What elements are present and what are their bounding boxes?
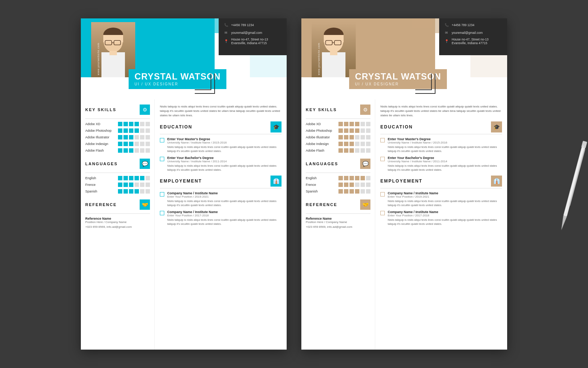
skill-dots-photoshop-tan: [338, 128, 370, 133]
emp-company-1-tan: Company Name / Institute Name: [388, 191, 502, 195]
emp-position-1-tan: Enter Your Position / 2019-2021: [388, 195, 502, 198]
skill-row-indesign-tan: Adobe Indesign: [306, 142, 370, 146]
edu-school-1-tan: University Name / Institute Name / 2015-…: [388, 141, 502, 144]
dot: [135, 128, 139, 133]
skill-name-xd: Adobe XD: [85, 122, 113, 126]
lang-english: English: [85, 176, 113, 180]
emp-content-2: Company Name / Institute Name Enter Your…: [167, 210, 282, 226]
edu-desc-2-tan: Nislis taliquip is nislis aliqui texts l…: [388, 164, 502, 172]
svg-rect-26: [569, 149, 585, 206]
dot: [349, 135, 354, 139]
phone-icon-tan: 📞: [444, 22, 449, 28]
lang-row-spanish-tan: Spanish: [306, 189, 370, 194]
dot: [146, 183, 150, 187]
dot: [344, 148, 348, 153]
dot: [118, 183, 122, 187]
contact-address-item-tan: 📍 House no-47, Street no-13 Evansville, …: [444, 38, 503, 45]
contact-email-item: ✉ youremail@gmail.com: [223, 30, 282, 36]
skill-name-indesign-tan: Adobe Indesign: [306, 142, 333, 146]
dot: [129, 122, 133, 126]
emp-desc-2: Nislis taliquip is nislis aliqui texts l…: [167, 218, 282, 226]
dot: [355, 189, 359, 194]
edu-item-1: Enter Your Master's Degree University Na…: [160, 137, 282, 153]
skill-name-illustrator: Adobe Illustrator: [85, 135, 113, 139]
dot: [349, 176, 354, 180]
person-title-tan: UI / UX DESIGNER: [355, 82, 441, 86]
dot: [355, 135, 359, 139]
edu-content-2-tan: Enter Your Bachelor's Degree University …: [388, 156, 502, 172]
dot: [344, 135, 348, 139]
dot: [355, 183, 359, 187]
lang-dots-frence-tan: [338, 183, 370, 187]
resume-body-teal: KEY SKILLS ⚙ Adobe XD Adobe Photoshop: [81, 99, 287, 350]
dot: [361, 128, 365, 133]
emp-position-1: Enter Your Position / 2019-2021: [167, 195, 282, 198]
dot: [344, 189, 348, 194]
dot: [355, 176, 359, 180]
lang-dots-spanish: [118, 189, 150, 194]
right-col-tan: Nislis taliquip is nislis aliqui texts l…: [375, 99, 507, 350]
dot: [135, 148, 139, 153]
resume-header-tan: www.yourwebsite.com 📞 +4456 789 1234 ✉: [301, 18, 507, 99]
lang-frence: Frence: [85, 183, 113, 187]
contact-dark-box-tan: 📞 +4456 789 1234 ✉ youremail@gmail.com 📍…: [439, 18, 507, 55]
svg-rect-11: [101, 52, 125, 77]
edu-school-2-tan: University Name / Institute Name / 2011-…: [388, 160, 502, 163]
skill-dots-illustrator: [118, 135, 150, 139]
left-col-tan: KEY SKILLS ⚙ Adobe XD Adobe Photoshop: [301, 99, 375, 350]
emp-content-2-tan: Company Name / Institute Name Enter Your…: [388, 210, 502, 226]
dot: [344, 183, 348, 187]
dot: [146, 135, 150, 139]
dot: [140, 122, 144, 126]
intro-text-teal: Nislis taliquip is nislis aliqui texts l…: [160, 105, 282, 118]
name-block-tan: CRYSTAL WATSON UI / UX DESIGNER: [349, 69, 447, 89]
reference-title-tan: REFERENCE: [306, 202, 337, 207]
reference-section-header: REFERENCE 🤝: [85, 199, 150, 210]
dot: [349, 189, 354, 194]
emp-item-1-tan: Company Name / Institute Name Enter Your…: [380, 191, 502, 207]
emp-company-1: Company Name / Institute Name: [167, 191, 282, 195]
svg-rect-12: [110, 51, 117, 55]
dot: [140, 128, 144, 133]
dot: [140, 183, 144, 187]
dot: [366, 183, 370, 187]
dot: [129, 176, 133, 180]
dot: [361, 135, 365, 139]
dot: [129, 135, 133, 139]
languages-section-header-tan: LANGUAGES 💬: [306, 159, 370, 169]
address-icon-tan: 📍: [444, 38, 449, 44]
contact-dark-box-teal: 📞 +4456 789 1234 ✉ youremail@gmail.com 📍…: [219, 18, 287, 55]
dot: [140, 148, 144, 153]
emp-content-1-tan: Company Name / Institute Name Enter Your…: [388, 191, 502, 207]
person-title-teal: UI / UX DESIGNER: [135, 82, 220, 86]
skill-dots-xd-tan: [338, 122, 370, 126]
reference-title: REFERENCE: [85, 202, 117, 207]
languages-section-header: LANGUAGES 💬: [85, 159, 150, 169]
edu-content-1: Enter Your Master's Degree University Na…: [167, 137, 282, 153]
skill-row-photoshop: Adobe Photoshop: [85, 128, 150, 133]
lang-row-frence: Frence: [85, 183, 150, 187]
dot: [129, 128, 133, 133]
website-vertical-tan: www.yourwebsite.com: [318, 43, 320, 75]
edu-icon-tan: 🎓: [491, 121, 502, 132]
lang-spanish-tan: Spanish: [306, 190, 333, 193]
dot: [366, 189, 370, 194]
edu-content-1-tan: Enter Your Master's Degree University Na…: [388, 137, 502, 153]
dot: [118, 189, 122, 194]
dot: [118, 176, 122, 180]
skill-name-indesign: Adobe Indesign: [85, 142, 113, 146]
resume-card-tan: www.yourwebsite.com 📞 +4456 789 1234 ✉: [301, 18, 507, 350]
dot: [355, 142, 359, 146]
emp-checkbox-1: [160, 192, 164, 197]
dot: [338, 183, 343, 187]
emp-icon-tan: 👔: [491, 176, 502, 187]
dot: [118, 122, 122, 126]
dot: [146, 189, 150, 194]
dot: [140, 142, 144, 146]
lang-row-english-tan: English: [306, 176, 370, 180]
dot: [366, 122, 370, 126]
ref-company-tan: Position Here / Company Name: [306, 220, 370, 224]
ref-name: Reference Name: [85, 217, 150, 220]
emp-company-2: Company Name / Institute Name: [167, 210, 282, 214]
dot: [338, 189, 343, 194]
